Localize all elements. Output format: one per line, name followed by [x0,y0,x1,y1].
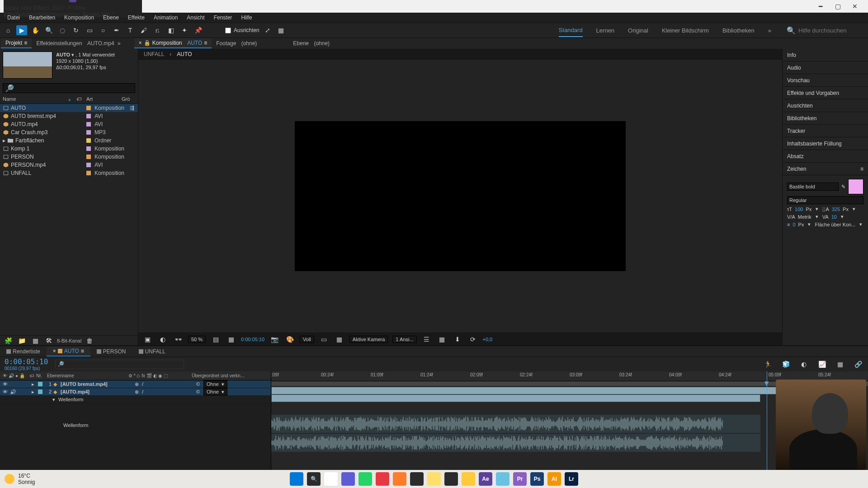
snap-opts-icon[interactable]: ⤢ [262,25,273,35]
snapshot-icon[interactable]: 📷 [269,334,280,344]
clone-tool-icon[interactable]: ⎌ [152,25,163,35]
taskbar-app[interactable]: Pr [513,472,527,486]
playhead[interactable] [767,371,767,481]
panel-paragraph[interactable]: Absatz [783,150,868,163]
project-item[interactable]: UNFALLKomposition [0,169,138,177]
menu-composition[interactable]: Komposition [61,14,98,22]
timeline-tab[interactable]: PERSON [90,347,132,356]
pen-tool-icon[interactable]: ✒ [111,25,122,35]
menu-help[interactable]: Hilfe [237,14,255,22]
project-search-input[interactable] [14,85,133,92]
taskbar-app[interactable] [444,472,458,486]
solo-col-icon[interactable]: ● [15,373,18,378]
bpc-label[interactable]: 8-Bit-Kanal [57,338,81,343]
timeline-timecode[interactable]: 0:00:05:10 [5,357,48,366]
kerning[interactable]: Metrik [798,214,811,220]
taskbar-app[interactable]: Lr [565,472,578,486]
timeline-layer-row[interactable]: 👁🔊▸2◆[AUTO.mp4]⊕/©Ohne ▾ [0,388,271,396]
rect-tool-icon[interactable]: ▭ [84,25,95,35]
menu-effects[interactable]: Effekte [124,14,148,22]
timeline-tab[interactable]: × AUTO ≡ [47,347,90,357]
guide-icon[interactable]: ◐ [157,334,168,344]
adjust-icon[interactable]: 🛠 [43,336,54,346]
taskbar-app[interactable] [376,472,389,486]
viewer-time[interactable]: 0:00:05:10 [241,337,264,342]
project-item[interactable]: PERSONKomposition [0,153,138,161]
track-bar-layer-1[interactable] [271,387,790,394]
moblur-icon[interactable]: ◐ [798,359,809,369]
project-item[interactable]: Car Crash.mp3MP3 [0,128,138,136]
selection-tool-icon[interactable]: ▶ [16,25,27,35]
eyedropper-icon[interactable]: ✎ [841,184,845,190]
col-size[interactable]: Grö [122,96,135,102]
panel-libraries[interactable]: Bibliotheken [783,112,868,125]
workspace-learn[interactable]: Lernen [596,27,614,34]
snap-toggle[interactable] [225,28,231,33]
new-comp-icon[interactable]: ▦ [30,336,41,346]
frame-blend-icon[interactable]: 🧊 [780,359,791,369]
snap-opts2-icon[interactable]: ▦ [276,25,287,35]
help-search-input[interactable] [798,27,862,34]
project-item[interactable]: AUTOKomposition⇶ [0,104,138,112]
wellenform-group[interactable]: ▾ Wellenform [0,396,271,404]
viewer-canvas-area[interactable] [138,60,782,333]
timeline-tab[interactable]: Renderliste [0,347,47,356]
mask-icon[interactable]: ▣ [142,334,153,344]
exposure-value[interactable]: +0,0 [483,337,493,342]
timeline-search[interactable] [64,361,182,368]
eraser-tool-icon[interactable]: ◧ [165,25,176,35]
shy-toggle-icon[interactable]: 🏃 [762,359,773,369]
maximize-button[interactable]: ▢ [832,3,844,10]
speaker-col-icon[interactable]: 🔊 [9,373,14,378]
taskbar-app[interactable] [462,472,475,486]
orbit-tool-icon[interactable]: ◌ [57,25,68,35]
col-name[interactable]: Name [3,96,65,102]
footage-tab[interactable]: Footage (ohne) [212,39,261,48]
fast-icon[interactable]: ⬇ [452,334,463,344]
project-item[interactable]: AUTO bremst.mp4AVI [0,112,138,120]
panel-align[interactable]: Ausrichten [783,99,868,112]
menu-view[interactable]: Ansicht [183,14,208,22]
refresh-icon[interactable]: ⟳ [467,334,478,344]
puppet-tool-icon[interactable]: 📌 [193,25,203,35]
taskbar-app[interactable]: 🗂 [324,472,338,486]
ellipse-tool-icon[interactable]: ○ [98,25,108,35]
brush-tool-icon[interactable]: 🖌 [138,25,149,35]
graph-icon[interactable]: 📈 [816,359,827,369]
col-type[interactable]: Art [86,96,118,102]
effect-controls-tab[interactable]: Effekteinstellungen AUTO.mp4 » [32,39,125,48]
master-icon[interactable]: 🔗 [853,359,863,369]
lock-col-icon[interactable]: 🔒 [19,373,25,378]
menu-window[interactable]: Fenster [210,14,236,22]
taskbar-app[interactable] [359,472,372,486]
transparency-icon[interactable]: ▦ [334,334,345,344]
timeline-tab[interactable]: UNFALL [132,347,172,356]
crumb-auto[interactable]: AUTO [177,51,192,57]
timeline-layer-row[interactable]: 👁▸1◆[AUTO bremst.mp4]⊕/©Ohne ▾ [0,380,271,388]
taskbar-app[interactable] [393,472,406,486]
roto-tool-icon[interactable]: ✦ [179,25,190,35]
glasses-icon[interactable]: 👓 [173,334,184,344]
composition-canvas[interactable] [295,121,626,271]
taskbar-app[interactable]: Ai [547,472,561,486]
close-tab-icon[interactable]: × [53,348,56,354]
font-size[interactable]: 100 [795,206,803,212]
zoom-tool-icon[interactable]: 🔍 [43,25,54,35]
tracking[interactable]: 10 [831,214,837,220]
new-folder-icon[interactable]: 📁 [16,336,27,346]
interpret-icon[interactable]: 🧩 [3,336,14,346]
stroke-width[interactable]: 0 [793,222,795,227]
minimize-button[interactable]: ━ [815,3,826,10]
workspace-standard[interactable]: Standard [559,24,583,37]
layer-tab[interactable]: Ebene (ohne) [288,39,334,48]
taskbar-app[interactable]: Ps [530,472,544,486]
col-label-icon[interactable]: 🏷 [76,96,83,102]
grid-icon[interactable]: ▦ [226,334,236,344]
project-item[interactable]: PERSON.mp4AVI [0,161,138,169]
zoom-select[interactable]: 50 % [188,336,206,343]
taskbar-app[interactable] [427,472,441,486]
menu-edit[interactable]: Bearbeiten [25,14,59,22]
track-bar-layer-2[interactable] [271,394,760,402]
leading[interactable]: 325 [832,206,840,212]
res-icon[interactable]: ▤ [210,334,221,344]
